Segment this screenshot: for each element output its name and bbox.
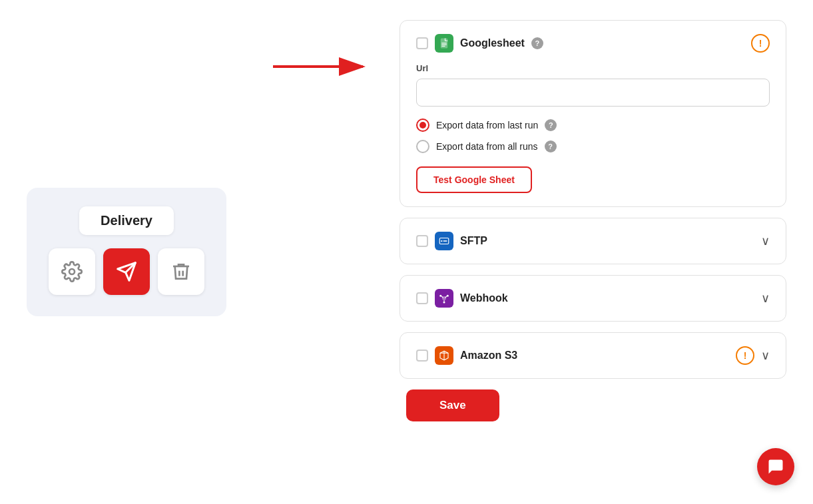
delivery-buttons xyxy=(49,248,204,295)
url-label: Url xyxy=(416,63,770,73)
export-last-run-option[interactable]: Export data from last run ? xyxy=(416,119,770,132)
webhook-icon xyxy=(435,289,453,308)
svg-point-13 xyxy=(443,302,445,304)
settings-button[interactable] xyxy=(49,248,95,295)
svg-point-0 xyxy=(69,269,75,274)
googlesheet-content: Url Export data from last run ? Export d… xyxy=(416,63,770,193)
export-all-runs-radio[interactable] xyxy=(416,140,429,153)
right-panel: Googlesheet ? ! Url Export data from las… xyxy=(386,0,813,504)
sftp-title: SFTP xyxy=(460,235,487,247)
googlesheet-header: Googlesheet ? ! xyxy=(416,34,770,53)
googlesheet-checkbox[interactable] xyxy=(416,37,428,49)
sftp-checkbox[interactable] xyxy=(416,235,428,247)
export-all-runs-help-icon[interactable]: ? xyxy=(545,140,557,152)
right-arrow xyxy=(266,53,373,80)
amazons3-section: Amazon S3 ! ∨ xyxy=(400,332,786,379)
svg-rect-6 xyxy=(441,46,445,47)
svg-point-11 xyxy=(439,295,441,297)
send-button[interactable] xyxy=(103,248,150,295)
amazons3-warning-icon[interactable]: ! xyxy=(736,346,754,365)
googlesheet-section: Googlesheet ? ! Url Export data from las… xyxy=(400,20,786,207)
sftp-chevron-icon[interactable]: ∨ xyxy=(761,234,770,248)
delivery-card: Delivery xyxy=(27,188,226,316)
test-google-sheet-button[interactable]: Test Google Sheet xyxy=(416,166,532,193)
url-input[interactable] xyxy=(416,79,770,107)
export-last-run-label: Export data from last run xyxy=(436,120,538,130)
export-last-run-help-icon[interactable]: ? xyxy=(545,119,557,131)
amazons3-checkbox[interactable] xyxy=(416,350,428,362)
amazons3-icon xyxy=(435,346,453,365)
svg-point-12 xyxy=(447,295,449,297)
delete-button[interactable] xyxy=(158,248,204,295)
radio-group: Export data from last run ? Export data … xyxy=(416,119,770,153)
webhook-section: Webhook ∨ xyxy=(400,275,786,322)
export-all-runs-label: Export data from all runs xyxy=(436,141,538,152)
export-last-run-radio[interactable] xyxy=(416,119,429,132)
webhook-title: Webhook xyxy=(460,292,508,304)
svg-rect-5 xyxy=(441,45,447,45)
svg-line-14 xyxy=(441,296,443,298)
googlesheet-help-icon[interactable]: ? xyxy=(531,37,543,49)
googlesheet-title: Googlesheet xyxy=(460,37,525,49)
amazons3-title: Amazon S3 xyxy=(460,350,517,362)
googlesheet-icon xyxy=(435,34,453,53)
svg-rect-4 xyxy=(441,43,447,43)
sftp-header-left: SFTP xyxy=(416,232,487,250)
webhook-chevron-icon[interactable]: ∨ xyxy=(761,291,770,306)
sftp-header: SFTP ∨ xyxy=(416,232,770,250)
googlesheet-warning-icon[interactable]: ! xyxy=(751,34,770,53)
amazons3-header: Amazon S3 ! ∨ xyxy=(416,346,770,365)
left-panel: Delivery xyxy=(0,0,253,504)
export-all-runs-option[interactable]: Export data from all runs ? xyxy=(416,140,770,153)
webhook-header: Webhook ∨ xyxy=(416,289,770,308)
googlesheet-header-left: Googlesheet ? xyxy=(416,34,543,53)
sftp-section: SFTP ∨ xyxy=(400,218,786,264)
chat-icon xyxy=(766,457,785,476)
save-button[interactable]: Save xyxy=(406,389,499,421)
svg-rect-9 xyxy=(443,240,447,242)
sftp-icon xyxy=(435,232,453,250)
webhook-checkbox[interactable] xyxy=(416,292,428,304)
chat-bubble-button[interactable] xyxy=(757,448,794,485)
svg-line-15 xyxy=(445,296,447,298)
arrow-container xyxy=(253,53,386,80)
delivery-label: Delivery xyxy=(79,206,174,235)
webhook-header-left: Webhook xyxy=(416,289,508,308)
amazons3-chevron-icon[interactable]: ∨ xyxy=(761,348,770,363)
svg-point-8 xyxy=(441,240,442,242)
amazons3-header-left: Amazon S3 xyxy=(416,346,517,365)
